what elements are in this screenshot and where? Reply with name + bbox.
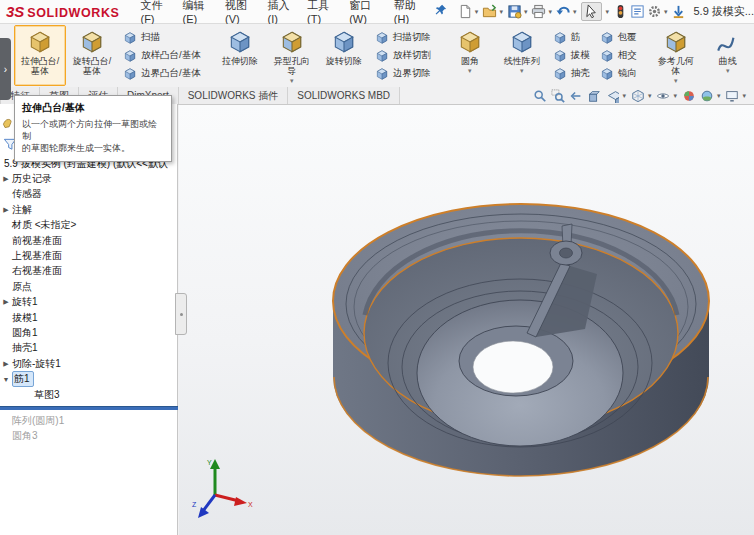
- tree-item-旋转1[interactable]: ▶旋转1: [0, 295, 178, 310]
- ribbon-button-intersect[interactable]: 相交: [597, 47, 640, 65]
- dropdown-caret-icon[interactable]: ▾: [290, 77, 294, 84]
- section-view-icon: [587, 89, 601, 103]
- performance-button[interactable]: [612, 3, 629, 20]
- tree-item-历史记录[interactable]: ▶历史记录: [0, 171, 178, 186]
- hide-show-items-button[interactable]: [655, 89, 671, 103]
- ribbon-button-hole-wizard[interactable]: 异型孔向导▾: [266, 25, 318, 86]
- ribbon-button-extrude-boss[interactable]: 拉伸凸台/基体: [14, 25, 66, 86]
- ribbon-button-lofted-cut[interactable]: 放样切割: [372, 47, 434, 65]
- tree-item-前视基准面[interactable]: 前视基准面: [0, 233, 178, 248]
- dropdown-caret-icon[interactable]: ▾: [674, 77, 678, 84]
- dropdown-caret-icon[interactable]: ▾: [717, 92, 721, 100]
- dropdown-caret-icon[interactable]: ▾: [468, 67, 472, 74]
- dropdown-caret-icon[interactable]: ▾: [499, 8, 503, 16]
- dropdown-caret-icon[interactable]: ▾: [548, 8, 552, 16]
- pin-icon[interactable]: [434, 3, 447, 21]
- tree-item-content[interactable]: 草图3: [34, 386, 60, 404]
- ribbon-button-revolve-boss[interactable]: 旋转凸台/基体: [66, 25, 118, 86]
- ribbon-button-revolved-cut[interactable]: 旋转切除: [318, 25, 370, 86]
- tree-item-草图3[interactable]: 草图3: [0, 387, 178, 402]
- ribbon-button-rib[interactable]: 筋: [550, 29, 593, 47]
- dropdown-caret-icon[interactable]: ▾: [605, 8, 609, 16]
- tree-item-阵列(圆周)1[interactable]: 阵列(圆周)1: [0, 413, 178, 428]
- properties-list-button[interactable]: [629, 3, 646, 20]
- feature-manager-panel: 5.9 拔模实例 (封盖建模) (默认<<默认▶历史记录传感器▶A注解材质 <未…: [0, 104, 178, 535]
- ribbon-button-linear-pattern[interactable]: 线性阵列▾: [496, 25, 548, 86]
- view-orientation-button[interactable]: ath d="M12 3l8 4.5v9L12 21l-8-4.5v-9z" f…: [604, 89, 620, 103]
- open-document-button[interactable]: [481, 3, 498, 20]
- ribbon-button-shell[interactable]: 抽壳: [550, 65, 593, 83]
- tree-item-注解[interactable]: ▶A注解: [0, 202, 178, 217]
- ribbon-button-fillet[interactable]: 圆角▾: [444, 25, 496, 86]
- tree-item-原点[interactable]: 原点: [0, 279, 178, 294]
- expand-right-icon[interactable]: ▶: [0, 175, 12, 183]
- expand-right-icon[interactable]: ▶: [0, 298, 12, 306]
- tree-item-content[interactable]: 圆角3: [12, 427, 38, 445]
- tree-item-右视基准面[interactable]: 右视基准面: [0, 264, 178, 279]
- graphics-viewport[interactable]: Y X Z: [179, 105, 754, 535]
- tree-item-切除-旋转1[interactable]: ▶切除-旋转1: [0, 356, 178, 371]
- reference-triad: Y X Z: [191, 455, 255, 523]
- panel-splitter-handle[interactable]: [175, 293, 187, 335]
- rollback-bar[interactable]: [0, 406, 178, 410]
- ribbon-button-loft[interactable]: 放样凸台/基体: [120, 47, 204, 65]
- dropdown-caret-icon[interactable]: ▾: [524, 8, 528, 16]
- dropdown-caret-icon[interactable]: ▾: [742, 92, 746, 100]
- ribbon-button-label: 放样切割: [393, 49, 431, 62]
- expand-right-icon[interactable]: ▶: [0, 360, 12, 368]
- undo-button[interactable]: [555, 3, 572, 20]
- tree-item-圆角1[interactable]: 圆角1: [0, 325, 178, 340]
- tab-SOLIDWORKS-插件[interactable]: SOLIDWORKS 插件: [179, 87, 289, 104]
- tree-item-传感器[interactable]: 传感器: [0, 187, 178, 202]
- previous-view-button[interactable]: [568, 89, 584, 103]
- edit-appearance-button[interactable]: [681, 89, 697, 103]
- dropdown-caret-icon[interactable]: ▾: [648, 92, 652, 100]
- dropdown-caret-icon[interactable]: ▾: [622, 92, 626, 100]
- part-model-3d[interactable]: [179, 105, 754, 535]
- tree-item-content[interactable]: 切除-旋转1: [12, 355, 61, 373]
- options-gear-button[interactable]: [646, 3, 663, 20]
- ribbon-button-label: 扫描切除: [393, 31, 431, 44]
- ribbon-button-wrap[interactable]: 包覆: [597, 29, 640, 47]
- tree-item-content[interactable]: 筋1: [12, 371, 34, 387]
- new-document-button[interactable]: [457, 3, 474, 20]
- apply-scene-button[interactable]: [699, 89, 715, 103]
- tab-SOLIDWORKS-MBD[interactable]: SOLIDWORKS MBD: [288, 87, 400, 104]
- section-view-button[interactable]: [586, 89, 602, 103]
- zoom-to-area-button[interactable]: [550, 89, 566, 103]
- ribbon-button-mirror[interactable]: 镜向: [597, 65, 640, 83]
- ribbon-button-reference-geometry[interactable]: 参考几何体▾: [650, 25, 702, 86]
- ribbon-button-extruded-cut[interactable]: 拉伸切除: [214, 25, 266, 86]
- ribbon-button-label: 边界凸台/基体: [141, 67, 201, 80]
- dropdown-caret-icon[interactable]: ▾: [673, 92, 677, 100]
- instant-dimension-button[interactable]: [670, 3, 687, 20]
- tree-item-拔模1[interactable]: 拔模1: [0, 310, 178, 325]
- display-style-button[interactable]: [630, 89, 646, 103]
- ribbon-button-sweep[interactable]: 扫描: [120, 29, 204, 47]
- ribbon-button-draft[interactable]: 拔模: [550, 47, 593, 65]
- ribbon-button-curves[interactable]: 曲线▾: [702, 25, 754, 86]
- save-button[interactable]: [506, 3, 523, 20]
- dropdown-caret-icon[interactable]: ▾: [573, 8, 577, 16]
- dropdown-caret-icon[interactable]: ▾: [726, 67, 730, 74]
- tree-item-圆角3[interactable]: 圆角3: [0, 429, 178, 444]
- tree-item-label: 草图3: [34, 388, 60, 402]
- view-settings-button[interactable]: [724, 89, 740, 103]
- tree-item-上视基准面[interactable]: 上视基准面: [0, 248, 178, 263]
- print-button[interactable]: [530, 3, 547, 20]
- tree-item-抽壳1[interactable]: 抽壳1: [0, 341, 178, 356]
- dropdown-caret-icon[interactable]: ▾: [664, 8, 668, 16]
- ribbon-button-label: 线性阵列: [504, 56, 540, 66]
- dropdown-caret-icon[interactable]: ▾: [475, 8, 479, 16]
- tree-item-材质-<未指定>[interactable]: 材质 <未指定>: [0, 218, 178, 233]
- tree-item-筋1[interactable]: ▼筋1: [0, 371, 178, 386]
- dropdown-caret-icon[interactable]: ▾: [520, 67, 524, 74]
- ribbon-button-boundary-boss[interactable]: 边界凸台/基体: [120, 65, 204, 83]
- expand-right-icon[interactable]: ▶: [0, 206, 12, 214]
- panel-expand-strip[interactable]: ›: [0, 38, 11, 100]
- zoom-to-fit-button[interactable]: [532, 89, 548, 103]
- ribbon-button-swept-cut[interactable]: 扫描切除: [372, 29, 434, 47]
- ribbon-button-boundary-cut[interactable]: 边界切除: [372, 65, 434, 83]
- select-cursor-button[interactable]: [581, 2, 602, 21]
- expand-down-icon[interactable]: ▼: [0, 376, 12, 383]
